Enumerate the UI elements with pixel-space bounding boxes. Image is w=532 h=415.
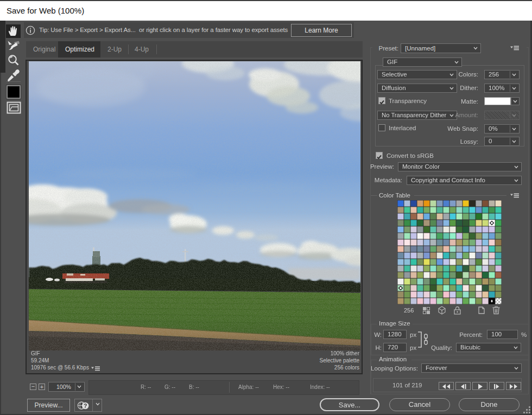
svg-text:?: ? [84, 403, 87, 409]
